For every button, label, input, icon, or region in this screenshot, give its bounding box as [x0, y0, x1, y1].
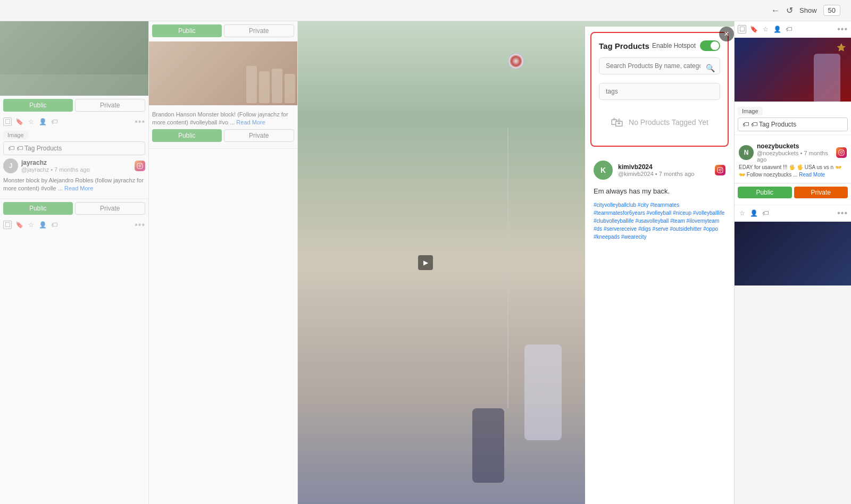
tag-icon[interactable]: 🏷: [50, 117, 59, 126]
kimivb-avatar: K: [594, 161, 613, 180]
col2-read-more[interactable]: Read More: [236, 119, 265, 125]
right-bottom-person-icon[interactable]: 👤: [749, 209, 758, 217]
right-bottom-dots[interactable]: •••: [837, 208, 848, 218]
hashtags: #cityvolleyballclub #city #teammates #te…: [594, 201, 725, 241]
show-label: Show: [799, 6, 817, 14]
refresh-icon[interactable]: ↺: [786, 5, 793, 15]
right-tag-icon-btn: 🏷: [742, 121, 749, 128]
bottom-star-icon[interactable]: ☆: [27, 221, 35, 229]
card-text: Monster block by Alejandro Robles (follo…: [3, 177, 145, 193]
tag-panel-header: Tag Products Enable Hotspot: [599, 40, 720, 51]
col2-private-button[interactable]: Private: [224, 24, 295, 37]
col2-public-button[interactable]: Public: [152, 24, 222, 37]
more-dots[interactable]: •••: [135, 117, 145, 127]
tags-input[interactable]: [599, 83, 720, 100]
read-more-link[interactable]: Read More: [64, 185, 93, 191]
col-center: Tag Products Enable Hotspot 🔍: [298, 21, 734, 504]
right-private-orange-button[interactable]: Private: [794, 187, 848, 198]
bottom-public-private: Public Private: [3, 202, 145, 215]
close-icon: ×: [724, 29, 729, 39]
enable-hotspot-row: Enable Hotspot: [652, 40, 720, 51]
tag-products-panel-wrapper: Tag Products Enable Hotspot 🔍: [585, 27, 734, 152]
tag-panel-title: Tag Products: [599, 41, 649, 51]
noezybuckets-username: noezybuckets: [757, 142, 833, 150]
image-label: Image: [3, 129, 145, 141]
user-handle: @jayrachz • 7 months ago: [21, 166, 131, 173]
bottom-tag-icon[interactable]: 🏷: [50, 221, 59, 229]
noezybuckets-insta-icon[interactable]: [836, 147, 847, 158]
right-usa-image: ⭐: [735, 38, 851, 102]
public-private-row: Public Private: [3, 99, 145, 112]
right-checkbox-icon[interactable]: ☐: [738, 25, 746, 33]
bottom-person-icon[interactable]: 👤: [38, 221, 47, 229]
tag-products-label: 🏷 Tag Products: [16, 145, 62, 152]
checkbox-icon[interactable]: ☐: [3, 117, 12, 126]
back-icon[interactable]: ←: [771, 6, 780, 15]
svg-point-8: [842, 151, 844, 152]
modal-info-panel: Tag Products Enable Hotspot 🔍: [585, 27, 734, 504]
bottom-public-button[interactable]: Public: [3, 202, 73, 215]
star-icon[interactable]: ☆: [27, 117, 35, 126]
col1-card-body: Public Private ☐ 🔖 ☆ 👤 🏷 ••• Image 🏷 🏷 T…: [0, 96, 148, 198]
right-tag-products-label: 🏷 Tag Products: [751, 121, 796, 128]
right-card-body: Image 🏷 🏷 Tag Products: [735, 102, 851, 135]
toggle-knob: [711, 41, 719, 50]
right-star-icon[interactable]: ☆: [761, 25, 770, 33]
right-bottom-star-icon[interactable]: ☆: [738, 209, 746, 217]
svg-rect-3: [717, 167, 723, 173]
kimivb-instagram-icon[interactable]: [715, 165, 725, 175]
right-image-label: Image: [738, 107, 763, 115]
page-layout: Public Private ☐ 🔖 ☆ 👤 🏷 ••• Image 🏷 🏷 T…: [0, 21, 851, 504]
bottom-private-button[interactable]: Private: [75, 202, 146, 215]
tag-products-button[interactable]: 🏷 🏷 Tag Products: [3, 141, 145, 155]
search-wrapper: 🔍: [599, 57, 720, 79]
person-icon[interactable]: 👤: [38, 117, 47, 126]
right-public-button[interactable]: Public: [738, 187, 792, 198]
right-bottom-icons: ☆ 👤 🏷 •••: [735, 205, 851, 222]
enable-hotspot-toggle[interactable]: [700, 40, 720, 51]
col2-image-1: [149, 41, 297, 105]
right-more-dots[interactable]: •••: [837, 24, 848, 34]
bottom-bookmark-icon[interactable]: 🔖: [15, 221, 23, 229]
search-icon: 🔍: [706, 64, 715, 72]
col-2: Public Private Brandon Hanson Monster bl…: [149, 21, 298, 504]
col-right: ☐ 🔖 ☆ 👤 🏷 ••• ⭐ Image 🏷 🏷 Tag Products N: [734, 21, 851, 504]
bookmark-icon[interactable]: 🔖: [15, 117, 23, 126]
svg-rect-6: [839, 150, 844, 155]
right-read-more-link[interactable]: Read Mote: [799, 172, 825, 178]
right-bookmark-icon[interactable]: 🔖: [749, 25, 758, 33]
svg-point-1: [139, 165, 141, 167]
col2-bottom-private[interactable]: Private: [224, 129, 295, 142]
bottom-checkbox-icon[interactable]: ☐: [3, 221, 12, 229]
image-label-text: Image: [3, 131, 28, 139]
svg-rect-0: [137, 163, 143, 169]
right-bottom-tag-icon[interactable]: 🏷: [761, 209, 770, 217]
noezybuckets-avatar: N: [739, 145, 754, 160]
close-button[interactable]: ×: [719, 27, 734, 41]
private-button[interactable]: Private: [75, 99, 146, 112]
username: jayrachz: [21, 159, 131, 166]
search-products-input[interactable]: [599, 57, 720, 74]
public-button[interactable]: Public: [3, 99, 73, 112]
col2-bottom-public[interactable]: Public: [152, 129, 222, 142]
svg-point-2: [141, 164, 142, 165]
no-products-area: 🛍 No Products Tagged Yet: [599, 106, 720, 138]
right-person-icon[interactable]: 👤: [773, 25, 781, 33]
bottom-more-dots[interactable]: •••: [135, 220, 145, 230]
card-icons-row: ☐ 🔖 ☆ 👤 🏷 •••: [3, 115, 145, 129]
right-tag-icon[interactable]: 🏷: [785, 25, 793, 33]
right-public-private-row: Public Private: [738, 187, 848, 198]
right-bottom-buttons: Public Private: [735, 183, 851, 205]
user-section: K kimivb2024 @kimivb2024 • 7 months ago: [594, 161, 725, 180]
instagram-icon[interactable]: [135, 161, 145, 171]
count-value[interactable]: 50: [823, 5, 840, 16]
svg-point-5: [721, 169, 722, 170]
tag-icon-btn: 🏷: [8, 145, 14, 152]
right-tag-products-button[interactable]: 🏷 🏷 Tag Products: [738, 117, 848, 131]
enable-hotspot-label: Enable Hotspot: [652, 42, 696, 49]
noezybuckets-info: noezybuckets @noezybuckets • 7 months ag…: [757, 142, 833, 163]
right-icons-row: ☐ 🔖 ☆ 👤 🏷 •••: [735, 21, 851, 38]
col-left: Public Private ☐ 🔖 ☆ 👤 🏷 ••• Image 🏷 🏷 T…: [0, 21, 149, 504]
svg-point-7: [840, 152, 842, 154]
bottom-icons-row: ☐ 🔖 ☆ 👤 🏷 •••: [3, 218, 145, 232]
